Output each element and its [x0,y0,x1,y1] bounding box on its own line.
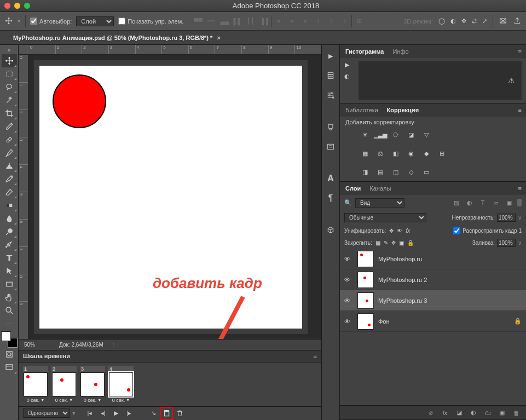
filter-pixel-icon[interactable]: ▧ [452,198,461,208]
properties-panel-icon[interactable] [323,88,338,103]
gradient-tool[interactable] [2,199,17,212]
path-selection-tool[interactable] [2,264,17,278]
delete-layer-icon[interactable]: 🗑 [512,409,521,417]
lasso-tool[interactable] [2,80,17,94]
character-panel-icon[interactable]: A [323,171,338,186]
zoom-tool[interactable] [2,304,17,317]
unify-position-icon[interactable]: ✥ [389,228,394,234]
distribute-hcenter-icon[interactable]: ⦀ [325,15,337,27]
eyedropper-tool[interactable] [2,120,17,133]
crop-tool[interactable] [2,107,17,120]
visibility-icon[interactable]: 👁 [344,256,353,262]
brightness-contrast-icon[interactable]: ☀ [360,130,371,140]
timeline-frame[interactable]: 4 0 сек.▼ [108,366,134,403]
lock-position-icon[interactable]: ✥ [391,240,396,246]
move-tool[interactable] [2,54,17,67]
align-bottom-icon[interactable]: ▄▄ [218,15,230,27]
play-icon[interactable]: ▶ [111,408,122,419]
align-right-icon[interactable]: ▐▐ [258,15,270,27]
type-tool[interactable] [2,251,17,264]
brushes-panel-icon[interactable] [323,119,338,135]
pen-tool[interactable] [2,238,17,251]
distribute-vcenter-icon[interactable]: ≡ [286,15,298,27]
new-fill-adjustment-icon[interactable]: ◐ [469,409,478,417]
hue-saturation-icon[interactable]: ▦ [360,148,371,158]
layer-name[interactable]: Фон [378,318,390,325]
layer-name[interactable]: MyPhotoshop.ru 3 [378,297,427,304]
layer-filter-kind-select[interactable]: Вид [355,198,404,208]
zoom-3d-icon[interactable]: ⤢ [482,18,487,25]
layer-row[interactable]: 👁 Фон 🔒 [340,311,526,332]
link-layers-icon[interactable]: ⌀ [426,409,435,417]
autoselect-checkbox[interactable]: Автовыбор: [30,18,72,25]
minimize-window-icon[interactable] [14,3,20,9]
marquee-tool[interactable] [2,67,17,80]
magic-wand-tool[interactable] [2,94,17,107]
color-swatches[interactable] [1,331,18,348]
next-frame-icon[interactable]: |▸ [124,408,135,419]
history-panel-icon[interactable] [323,68,338,83]
channel-mixer-icon[interactable]: ◆ [421,148,432,158]
filter-shape-icon[interactable]: ▱ [491,198,501,208]
hand-tool[interactable] [2,291,17,304]
pan-3d-icon[interactable]: ✥ [461,18,466,25]
edit-toolbar-icon[interactable]: ⋯ [2,320,17,328]
photo-filter-icon[interactable]: ◉ [406,148,417,158]
timeline-menu-icon[interactable]: ≡ [314,353,317,359]
color-lookup-icon[interactable]: ⊞ [436,148,447,158]
visibility-icon[interactable]: 👁 [344,318,353,325]
lock-all-icon[interactable]: 🔒 [407,240,414,246]
threshold-icon[interactable]: ◫ [390,167,401,177]
opacity-input[interactable] [497,214,516,222]
histogram-refresh-icon[interactable]: ▶ [345,61,349,68]
layers-tab[interactable]: Слои [344,183,362,194]
zoom-window-icon[interactable] [24,3,30,9]
gradient-map-icon[interactable]: ▭ [421,167,432,177]
docinfo-chevron-icon[interactable]: 〉 [112,341,118,349]
curves-icon[interactable]: ⧂ [390,130,401,140]
fill-input[interactable] [497,239,516,247]
layer-row[interactable]: 👁 MyPhotoshop.ru 3 [340,290,526,311]
screen-mode-icon[interactable] [2,361,17,374]
libraries-tab[interactable]: Библиотеки [344,105,379,116]
delete-frame-icon[interactable] [174,408,185,419]
loop-mode-select[interactable]: Однократно [23,409,70,418]
visibility-icon[interactable]: 👁 [344,297,353,304]
clone-stamp-tool[interactable] [2,159,17,172]
info-tab[interactable]: Инфо [391,46,409,57]
invert-icon[interactable]: ◨ [360,167,371,177]
layer-style-icon[interactable]: fx [441,409,449,417]
exposure-icon[interactable]: ◪ [406,130,417,140]
actions-panel-icon[interactable]: ▶ [323,48,338,64]
3d-panel-icon[interactable] [323,222,338,238]
layer-row[interactable]: 👁 MyPhotoshop.ru [340,249,526,269]
rectangle-tool[interactable] [2,278,17,291]
ruler-origin[interactable] [19,45,28,55]
timeline-frame[interactable]: 3 0 сек.▼ [80,366,105,403]
propagate-frame-checkbox[interactable]: Распространить кадр 1 [453,227,522,234]
lock-artboard-icon[interactable]: ▣ [399,240,404,246]
warning-icon[interactable]: ⚠ [508,76,515,85]
align-hcenter-icon[interactable]: ┃┃ [245,15,257,27]
distribute-bottom-icon[interactable]: ≡ [299,15,311,27]
autoselect-target-select[interactable]: Слой [76,16,114,26]
close-tab-icon[interactable]: × [217,34,220,41]
blur-tool[interactable] [2,212,17,225]
unify-visibility-icon[interactable]: 👁 [397,228,402,234]
layer-name[interactable]: MyPhotoshop.ru 2 [378,277,427,283]
filter-adjustment-icon[interactable]: ◐ [465,198,475,208]
histogram-menu-icon[interactable]: ≡ [518,48,522,55]
distribute-top-icon[interactable]: ≡ [273,15,285,27]
zoom-level[interactable]: 50% [24,342,50,348]
orbit-3d-icon[interactable]: ◯ [438,18,445,25]
new-group-icon[interactable]: 🗀 [483,409,492,417]
adjustments-menu-icon[interactable]: ≡ [518,107,522,113]
prev-frame-icon[interactable]: ◂| [97,408,108,419]
close-window-icon[interactable] [4,3,10,9]
eraser-tool[interactable] [2,186,17,199]
healing-brush-tool[interactable] [2,133,17,146]
dodge-tool[interactable] [2,225,17,238]
vibrance-icon[interactable]: ▽ [421,130,432,140]
distribute-right-icon[interactable]: ⦀ [338,15,350,27]
unify-style-icon[interactable]: fx [406,228,410,234]
